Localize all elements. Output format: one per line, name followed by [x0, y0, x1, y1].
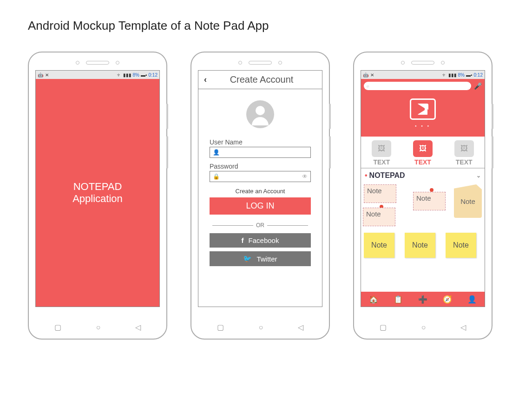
- back-icon[interactable]: ◁: [135, 323, 141, 332]
- speaker-icon: [411, 61, 434, 65]
- username-label: User Name: [210, 138, 311, 146]
- back-chevron-icon[interactable]: ‹: [204, 75, 207, 85]
- splash-screen: NOTEPAD Application: [36, 79, 159, 307]
- facebook-label: Facebook: [249, 236, 279, 244]
- home-icon[interactable]: ○: [96, 323, 101, 332]
- android-nav: ▢ ○ ◁: [37, 323, 158, 332]
- signal-icon: ▮▮▮: [448, 72, 457, 78]
- facebook-icon: f: [242, 236, 244, 244]
- tag-note[interactable]: Note: [454, 184, 482, 218]
- bullet-icon: •: [365, 171, 368, 180]
- camera-dot-icon: [441, 61, 445, 65]
- recent-icon[interactable]: ▢: [217, 323, 224, 332]
- create-account-header: ‹ Create Account: [198, 71, 322, 89]
- status-bar: 🤖 ✕ ᯤ ▮▮▮ 8% ▬▪ 0:12: [361, 71, 485, 79]
- page-title: Android Mockup Template of a Note Pad Ap…: [28, 19, 504, 33]
- side-button-icon: [166, 136, 168, 169]
- screen-main: 🤖 ✕ ᯤ ▮▮▮ 8% ▬▪ 0:12 ⌕ 🎤 ● ● ●: [361, 70, 485, 307]
- recent-icon[interactable]: ▢: [380, 323, 387, 332]
- sticky-note[interactable]: Note: [446, 233, 476, 258]
- sensor-dot-icon: [76, 61, 79, 65]
- phone-main: 🤖 ✕ ᯤ ▮▮▮ 8% ▬▪ 0:12 ⌕ 🎤 ● ● ●: [353, 52, 493, 340]
- lock-icon: 🔒: [213, 173, 220, 180]
- battery-icon: ▬▪: [141, 72, 147, 78]
- user-icon: 👤: [213, 149, 220, 156]
- chevron-down-icon[interactable]: ⌄: [476, 172, 481, 179]
- phones-container: 🤖 ✕ ᯤ ▮▮▮ 8% ▬▪ 0:12 NOTEPAD Application…: [28, 52, 504, 340]
- home-icon[interactable]: ○: [259, 323, 263, 332]
- tab-3-label: TEXT: [456, 158, 473, 166]
- camera-dot-icon: [116, 61, 119, 65]
- side-button-icon: [329, 104, 331, 129]
- home-icon[interactable]: 🏠: [369, 295, 378, 304]
- wifi-icon: ᯤ: [442, 72, 447, 78]
- play-icon: [417, 104, 428, 115]
- play-button[interactable]: [410, 98, 436, 120]
- eye-icon[interactable]: 👁: [302, 173, 308, 180]
- image-icon: 🖼: [372, 140, 391, 157]
- phone-create-account: ‹ Create Account User Name 👤 Password 🔒 …: [190, 52, 330, 340]
- recent-icon[interactable]: ▢: [54, 323, 61, 332]
- avatar-placeholder-icon: [246, 100, 274, 128]
- login-button[interactable]: LOG IN: [210, 197, 311, 215]
- create-account-body: User Name 👤 Password 🔒 👁 Create an Accou…: [198, 89, 322, 275]
- clock-time: 0:12: [474, 72, 483, 78]
- tab-1[interactable]: 🖼 TEXT: [372, 140, 391, 166]
- battery-percent: 8%: [133, 72, 139, 78]
- android-nav: ▢ ○ ◁: [200, 323, 321, 332]
- camera-dot-icon: [278, 61, 282, 65]
- top-banner: ⌕ 🎤 ● ● ●: [361, 79, 485, 137]
- phone-top: [401, 61, 445, 65]
- or-divider: OR: [210, 222, 311, 229]
- tab-2[interactable]: 🖼 TEXT: [413, 140, 433, 166]
- twitter-icon: 🐦: [243, 255, 252, 263]
- home-icon[interactable]: ○: [421, 323, 426, 332]
- pin-icon: [430, 188, 433, 192]
- twitter-button[interactable]: 🐦 Twitter: [210, 251, 311, 266]
- add-icon[interactable]: ➕: [418, 295, 427, 304]
- image-icon: 🖼: [413, 140, 433, 157]
- android-nav: ▢ ○ ◁: [362, 323, 483, 332]
- bottom-nav: 🏠 📋 ➕ 🧭 👤: [361, 292, 485, 307]
- section-title: NOTEPAD: [369, 171, 405, 180]
- password-input[interactable]: 🔒 👁: [210, 171, 311, 182]
- back-icon[interactable]: ◁: [460, 323, 466, 332]
- user-icon[interactable]: 👤: [467, 295, 477, 304]
- side-button-icon: [492, 104, 493, 129]
- search-input[interactable]: ⌕: [364, 82, 471, 90]
- password-label: Password: [210, 163, 311, 170]
- phone-top: [238, 61, 282, 65]
- signal-icon: ▮▮▮: [123, 72, 131, 78]
- search-icon: ⌕: [367, 84, 369, 88]
- sensor-dot-icon: [238, 61, 242, 65]
- phone-top: [76, 61, 119, 65]
- battery-icon: ▬▪: [466, 72, 473, 78]
- robot-icon: 🤖: [363, 72, 368, 78]
- robot-icon: 🤖: [38, 72, 43, 78]
- paper-note[interactable]: Note: [364, 184, 396, 203]
- twitter-label: Twitter: [256, 255, 277, 263]
- splash-line2: Application: [72, 193, 123, 205]
- username-input[interactable]: 👤: [210, 147, 311, 158]
- facebook-button[interactable]: f Facebook: [210, 233, 311, 248]
- sensor-dot-icon: [401, 61, 405, 65]
- compass-icon[interactable]: 🧭: [443, 295, 452, 304]
- silent-icon: ✕: [45, 72, 49, 78]
- mic-icon[interactable]: 🎤: [474, 82, 482, 90]
- paper-note[interactable]: Note: [363, 208, 395, 226]
- phone-splash: 🤖 ✕ ᯤ ▮▮▮ 8% ▬▪ 0:12 NOTEPAD Application…: [28, 52, 167, 340]
- tab-1-label: TEXT: [373, 158, 390, 166]
- create-account-link[interactable]: Create an Account: [210, 188, 311, 195]
- carousel-dots[interactable]: ● ● ●: [364, 124, 482, 127]
- sticky-note[interactable]: Note: [364, 233, 394, 258]
- sticky-note[interactable]: Note: [405, 233, 435, 258]
- wifi-icon: ᯤ: [117, 72, 122, 78]
- tab-2-label: TEXT: [414, 158, 431, 166]
- screen-splash: 🤖 ✕ ᯤ ▮▮▮ 8% ▬▪ 0:12 NOTEPAD Application: [35, 70, 160, 307]
- tab-3[interactable]: 🖼 TEXT: [454, 140, 474, 166]
- section-header[interactable]: • NOTEPAD ⌄: [361, 169, 485, 183]
- create-account-title: Create Account: [216, 74, 307, 85]
- back-icon[interactable]: ◁: [298, 323, 303, 332]
- clipboard-icon[interactable]: 📋: [394, 295, 403, 304]
- paper-note[interactable]: Note: [413, 192, 446, 210]
